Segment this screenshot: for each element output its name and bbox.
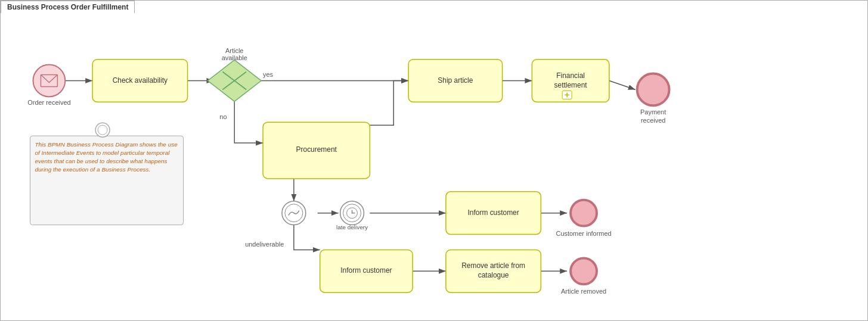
undeliverable-label: undeliverable xyxy=(245,241,284,248)
end-removed-label: Article removed xyxy=(561,288,606,295)
financial-settlement-task[interactable]: Financial settlement xyxy=(532,60,609,102)
procurement-task[interactable]: Procurement xyxy=(263,122,370,179)
procurement-label: Procurement xyxy=(296,145,337,154)
ship-article-task[interactable]: Ship article xyxy=(408,60,502,102)
svg-point-38 xyxy=(571,200,597,226)
start-event-label: Order received xyxy=(27,99,70,106)
check-availability-task[interactable]: Check availability xyxy=(92,60,187,102)
remove-article-label1: Remove article from xyxy=(461,261,525,270)
diagram-container: Business Process Order Fulfillment yes n… xyxy=(0,0,868,321)
end-removed-event: Article removed xyxy=(561,258,606,295)
svg-line-6 xyxy=(609,80,636,89)
svg-text:available: available xyxy=(222,54,247,61)
remove-article-label2: catalogue xyxy=(478,271,509,279)
svg-point-15 xyxy=(33,65,66,97)
inform-customer-1-task[interactable]: Inform customer xyxy=(446,192,541,235)
gateway: Article available xyxy=(207,47,261,102)
late-delivery-label: late delivery xyxy=(336,224,368,230)
ship-article-label: Ship article xyxy=(438,76,473,85)
end-payment-label2: received xyxy=(641,117,665,124)
intermediate-wave-event xyxy=(282,201,306,225)
inform-customer-1-label: Inform customer xyxy=(468,208,519,217)
gateway-label: Article xyxy=(225,47,243,54)
no-label: no xyxy=(219,113,227,120)
diagram-title: Business Process Order Fulfillment xyxy=(1,1,135,13)
remove-article-task[interactable]: Remove article from catalogue xyxy=(446,250,541,292)
intermediate-clock-event: late delivery xyxy=(336,201,368,230)
check-availability-label: Check availability xyxy=(113,76,168,85)
svg-point-41 xyxy=(571,258,597,284)
start-event: Order received xyxy=(27,65,70,107)
inform-customer-2-task[interactable]: Inform customer xyxy=(320,250,413,292)
inform-customer-2-label: Inform customer xyxy=(340,266,392,275)
end-payment-label1: Payment xyxy=(640,108,666,116)
end-customer-label: Customer informed xyxy=(556,230,612,237)
annotation-text: This BPMN Business Process Diagram shows… xyxy=(33,138,181,176)
yes-label: yes xyxy=(263,71,274,78)
end-customer-event: Customer informed xyxy=(556,200,612,237)
financial-settlement-label: Financial xyxy=(556,71,585,80)
end-payment-event: Payment received xyxy=(637,74,669,124)
svg-point-28 xyxy=(637,74,669,106)
svg-point-14 xyxy=(98,125,107,135)
svg-text:settlement: settlement xyxy=(554,81,588,89)
